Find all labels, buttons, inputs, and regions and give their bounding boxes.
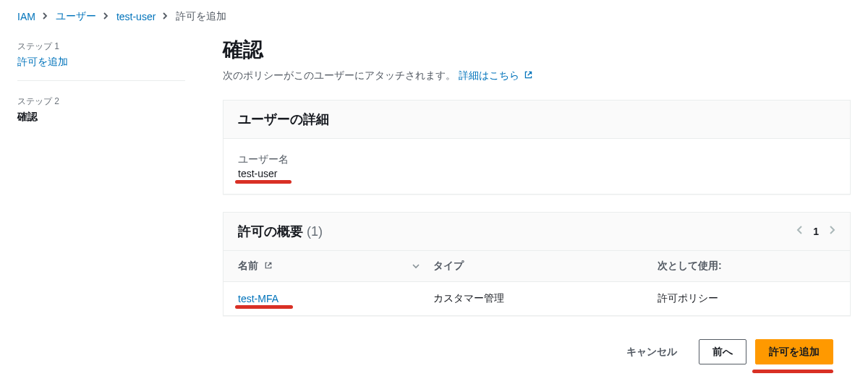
sort-icon[interactable]: [412, 262, 433, 270]
external-link-icon: [264, 260, 273, 272]
add-permissions-button[interactable]: 許可を追加: [755, 339, 833, 364]
learn-more-link[interactable]: 詳細はこちら: [459, 69, 533, 81]
breadcrumb-iam[interactable]: IAM: [17, 11, 35, 22]
breadcrumb: IAM ユーザー test-user 許可を追加: [0, 0, 868, 36]
breadcrumb-current: 許可を追加: [176, 10, 226, 23]
external-link-icon: [524, 70, 533, 82]
pager-next-button[interactable]: [829, 225, 835, 238]
chevron-right-icon: [163, 12, 169, 22]
wizard-actions: キャンセル 前へ 許可を追加: [223, 333, 851, 370]
policy-type-value: カスタマー管理: [433, 292, 658, 305]
pager-page-number: 1: [813, 226, 819, 237]
permissions-summary-heading: 許可の概要 (1): [238, 223, 323, 240]
permissions-summary-panel: 許可の概要 (1) 1: [223, 212, 851, 316]
step-title-link[interactable]: 許可を追加: [17, 56, 185, 69]
username-value: test-user: [238, 168, 277, 179]
column-header-used-as: 次として使用:: [658, 260, 835, 273]
policy-used-as-value: 許可ポリシー: [658, 292, 835, 305]
permissions-table: 名前 タイプ 次として使用: test-MFA: [224, 251, 850, 315]
previous-button[interactable]: 前へ: [699, 339, 746, 364]
chevron-right-icon: [103, 12, 109, 22]
table-row: test-MFA カスタマー管理 許可ポリシー: [224, 282, 850, 315]
page-subtitle: 次のポリシーがこのユーザーにアタッチされます。 詳細はこちら: [223, 69, 851, 82]
breadcrumb-test-user[interactable]: test-user: [116, 11, 156, 22]
user-details-heading: ユーザーの詳細: [238, 111, 329, 128]
pager-prev-button[interactable]: [796, 225, 803, 238]
username-label: ユーザー名: [238, 153, 835, 166]
permissions-count: (1): [307, 224, 323, 239]
chevron-right-icon: [43, 12, 48, 22]
column-header-type: タイプ: [433, 260, 658, 273]
step-title-current: 確認: [17, 111, 185, 124]
wizard-step-1: ステップ 1 許可を追加: [17, 36, 185, 81]
step-label: ステップ 2: [17, 95, 185, 108]
step-label: ステップ 1: [17, 40, 185, 53]
policy-name-link[interactable]: test-MFA: [238, 293, 278, 304]
pager: 1: [796, 225, 835, 238]
cancel-button[interactable]: キャンセル: [613, 340, 690, 364]
column-header-name[interactable]: 名前: [238, 260, 412, 273]
panel-header: 許可の概要 (1) 1: [224, 213, 850, 251]
panel-header: ユーザーの詳細: [224, 101, 850, 139]
user-details-panel: ユーザーの詳細 ユーザー名 test-user: [223, 100, 851, 195]
wizard-steps-sidebar: ステップ 1 許可を追加 ステップ 2 確認: [0, 36, 203, 384]
breadcrumb-users[interactable]: ユーザー: [56, 10, 96, 23]
wizard-step-2: ステップ 2 確認: [17, 91, 185, 135]
page-title: 確認: [223, 36, 851, 64]
main-content: 確認 次のポリシーがこのユーザーにアタッチされます。 詳細はこちら ユーザーの詳…: [203, 36, 868, 384]
table-header-row: 名前 タイプ 次として使用:: [224, 251, 850, 282]
